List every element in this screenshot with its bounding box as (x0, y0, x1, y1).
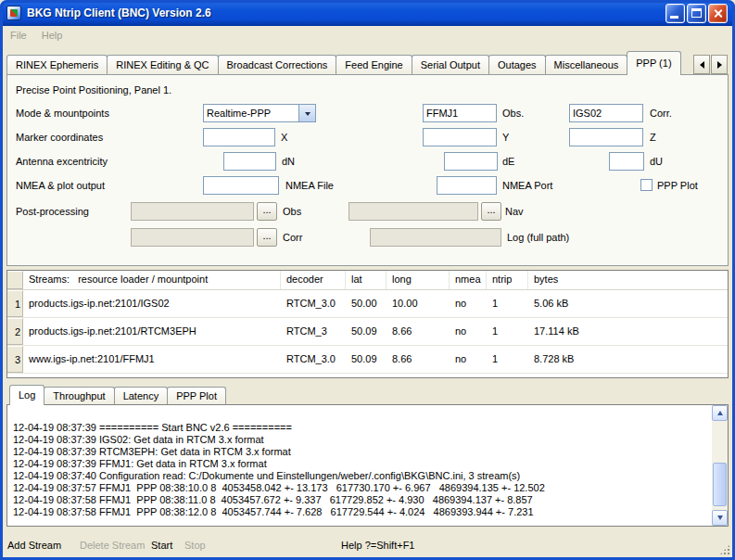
cell-nmea: no (450, 318, 487, 345)
nmea-file-label: NMEA File (285, 176, 334, 195)
tab-feed-engine[interactable]: Feed Engine (336, 55, 412, 74)
marker-z-input[interactable] (569, 128, 643, 146)
streams-table: Streams: resource loader / mountpoint de… (6, 270, 729, 378)
tab-log[interactable]: Log (9, 385, 44, 405)
obs-mountpoint-input[interactable] (423, 104, 497, 122)
cell-mountpoint: products.igs-ip.net:2101/IGS02 (23, 290, 281, 317)
scroll-down-button[interactable] (712, 510, 728, 526)
antenna-du-input[interactable] (609, 152, 644, 171)
table-row[interactable]: 1 products.igs-ip.net:2101/IGS02 RTCM_3.… (7, 290, 728, 318)
ppp-plot-checkbox[interactable] (640, 179, 653, 191)
tab-outages[interactable]: Outages (488, 55, 546, 74)
marker-z-label: Z (650, 128, 656, 146)
log-line: 12-04-19 08:37:40 Configuration read: C:… (13, 470, 707, 482)
nmea-port-label: NMEA Port (502, 176, 552, 195)
cell-nmea: no (450, 346, 487, 373)
delete-stream-button: Delete Stream (80, 538, 145, 553)
post-obs-label: Obs (283, 202, 301, 221)
cell-lat: 50.09 (346, 346, 387, 373)
stop-button: Stop (184, 538, 206, 553)
marker-coordinates-label: Marker coordinates (16, 128, 103, 146)
obs-label: Obs. (502, 104, 524, 122)
add-stream-button[interactable]: Add Stream (7, 538, 61, 553)
tab-serial-output[interactable]: Serial Output (412, 55, 489, 74)
cell-decoder: RTCM_3 (281, 318, 346, 345)
minimize-icon (670, 16, 678, 19)
post-corr-label: Corr (283, 228, 302, 247)
tab-ppp-1[interactable]: PPP (1) (627, 51, 680, 75)
tab-throughput[interactable]: Throughput (44, 387, 114, 404)
post-corr-browse-button[interactable]: ... (257, 228, 277, 247)
header-nmea: nmea (450, 271, 487, 289)
marker-y-input[interactable] (423, 128, 497, 146)
nmea-port-input[interactable] (437, 176, 497, 195)
cell-decoder: RTCM_3.0 (281, 346, 346, 373)
cell-long: 8.66 (387, 346, 450, 373)
corr-label: Corr. (650, 104, 672, 122)
cell-bytes: 17.114 kB (528, 318, 728, 345)
top-tab-bar: RINEX Ephemeris RINEX Editing & QC Broad… (6, 51, 681, 74)
table-corner-cell (7, 271, 23, 289)
header-decoder: decoder (281, 271, 346, 289)
log-panel[interactable]: 12-04-19 08:37:39 ========== Start BNC v… (6, 404, 729, 527)
ppp-plot-label: PPP Plot (657, 176, 698, 195)
tab-ppp-plot[interactable]: PPP Plot (167, 387, 226, 404)
minimize-button[interactable] (665, 4, 685, 23)
vertical-scrollbar[interactable] (712, 405, 728, 526)
post-processing-label: Post-processing (16, 202, 89, 221)
cell-ntrip: 1 (487, 318, 528, 345)
resize-grip[interactable] (719, 544, 730, 555)
post-nav-label: Nav (505, 202, 524, 221)
cell-bytes: 5.06 kB (528, 290, 728, 317)
close-button[interactable] (708, 4, 728, 23)
row-number: 3 (7, 346, 23, 373)
scroll-up-button[interactable] (712, 405, 728, 421)
corr-mountpoint-input[interactable] (569, 104, 643, 122)
cell-ntrip: 1 (487, 346, 528, 373)
tab-rinex-ephemeris[interactable]: RINEX Ephemeris (6, 55, 108, 74)
tab-latency[interactable]: Latency (114, 387, 169, 404)
menu-file[interactable]: File (3, 28, 34, 43)
tab-broadcast-corrections[interactable]: Broadcast Corrections (218, 55, 337, 74)
menu-help[interactable]: Help (34, 28, 70, 43)
marker-x-input[interactable] (203, 128, 275, 146)
table-row[interactable]: 3 www.igs-ip.net:2101/FFMJ1 RTCM_3.0 50.… (7, 346, 728, 374)
cell-long: 8.66 (387, 318, 450, 345)
post-nav-file-input (348, 202, 478, 221)
menu-bar: File Help (3, 26, 732, 45)
app-icon (6, 6, 21, 20)
maximize-button[interactable] (687, 4, 706, 23)
mode-mountpoints-label: Mode & mountpoints (16, 104, 109, 122)
arrow-up-icon (717, 408, 723, 415)
chevron-down-icon (298, 105, 315, 121)
cell-mountpoint: www.igs-ip.net:2101/FFMJ1 (23, 346, 281, 373)
nmea-file-input[interactable] (203, 176, 279, 195)
post-nav-browse-button[interactable]: ... (481, 202, 501, 221)
mode-dropdown-value: Realtime-PPP (204, 108, 298, 119)
title-bar[interactable]: BKG Ntrip Client (BNC) Version 2.6 (0, 0, 735, 26)
tab-rinex-editing-qc[interactable]: RINEX Editing & QC (107, 55, 218, 74)
log-line: 12-04-19 08:37:39 IGS02: Get data in RTC… (13, 434, 707, 446)
log-line: 12-04-19 08:37:58 FFMJ1 PPP 08:38:12.0 8… (13, 506, 707, 518)
antenna-dn-input[interactable] (223, 152, 276, 171)
scrollbar-thumb[interactable] (713, 463, 727, 506)
cell-ntrip: 1 (487, 290, 528, 317)
post-obs-browse-button[interactable]: ... (257, 202, 277, 221)
tab-scroll-left-button[interactable] (693, 55, 710, 74)
marker-y-label: Y (502, 128, 509, 146)
bottom-tab-bar: Log Throughput Latency PPP Plot (9, 385, 226, 404)
ppp-panel: Precise Point Positioning, Panel 1. Mode… (6, 74, 729, 266)
header-long: long (387, 271, 450, 289)
antenna-de-input[interactable] (444, 152, 498, 171)
tab-scroll-right-button[interactable] (711, 55, 728, 74)
antenna-du-label: dU (650, 152, 663, 171)
mode-dropdown[interactable]: Realtime-PPP (203, 104, 316, 122)
log-line: 12-04-19 08:37:58 FFMJ1 PPP 08:38:11.0 8… (13, 494, 707, 506)
table-row[interactable]: 2 products.igs-ip.net:2101/RTCM3EPH RTCM… (7, 318, 728, 346)
tab-miscellaneous[interactable]: Miscellaneous (545, 55, 628, 74)
log-text: 12-04-19 08:37:39 ========== Start BNC v… (13, 422, 707, 518)
marker-x-label: X (281, 128, 287, 146)
tab-scroll-arrows (693, 55, 728, 74)
cell-lat: 50.00 (346, 290, 387, 317)
start-button[interactable]: Start (151, 538, 172, 553)
